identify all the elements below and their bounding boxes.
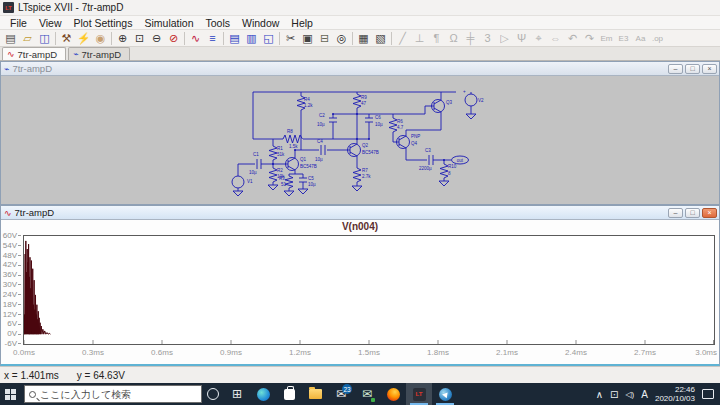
component-label: C4: [317, 139, 323, 144]
cut-button[interactable]: ✂: [282, 31, 299, 46]
ltspice-app-icon: LT: [3, 2, 14, 13]
print-button[interactable]: ▦: [355, 31, 372, 46]
status-bar: x = 1.401ms y = 64.63V: [0, 366, 720, 383]
maximize-button[interactable]: □: [685, 64, 700, 74]
menu-tools[interactable]: Tools: [199, 16, 236, 30]
print-preview-button[interactable]: ▧: [372, 31, 389, 46]
edge-app[interactable]: [250, 383, 276, 405]
cascade-button[interactable]: ◱: [260, 31, 277, 46]
app-title-bar: LT LTspice XVII - 7tr-ampD: [0, 0, 720, 16]
toolbar-separator: [279, 32, 280, 45]
menu-plot-settings[interactable]: Plot Settings: [68, 16, 139, 30]
menu-file[interactable]: File: [4, 16, 33, 30]
maximize-button[interactable]: □: [685, 208, 700, 218]
speaker-icon[interactable]: ◁): [625, 390, 634, 399]
component-label: Q1: [300, 157, 307, 162]
search-input[interactable]: [40, 389, 190, 400]
taskbar-search[interactable]: [24, 385, 202, 403]
diode-button: ▷: [496, 31, 513, 46]
copy-button[interactable]: ▣: [299, 31, 316, 46]
system-tray: ∧ ⊡ ◁) A 22:46 2020/10/03: [596, 385, 720, 403]
component-label: 2200µ: [419, 166, 432, 171]
close-button[interactable]: ×: [702, 208, 717, 218]
compass-app[interactable]: [432, 383, 458, 405]
ime-indicator[interactable]: A: [641, 389, 648, 400]
y-axis-tick-label: 12V: [1, 310, 21, 319]
component-label: Q2: [362, 143, 369, 148]
tab-schematic[interactable]: ⌁ 7tr-ampD: [68, 47, 130, 60]
menu-view[interactable]: View: [33, 16, 68, 30]
network-icon[interactable]: ⊡: [610, 389, 618, 400]
close-button[interactable]: ×: [702, 64, 717, 74]
netlist-pane-button[interactable]: ≡: [204, 31, 221, 46]
zoom-full-button[interactable]: ⊘: [165, 31, 182, 46]
halt-button[interactable]: ◉: [92, 31, 109, 46]
minimize-button[interactable]: –: [668, 208, 683, 218]
firefox-icon: [387, 388, 400, 401]
task-view-icon: ⊞: [232, 387, 242, 401]
y-axis-tick-label: 30V: [1, 280, 21, 289]
unread-badge: 23: [342, 384, 352, 394]
minimize-button[interactable]: –: [668, 64, 683, 74]
component-label: 1.2k: [304, 103, 313, 108]
cortana-icon: [207, 388, 219, 400]
ground-button: ⊥: [411, 31, 428, 46]
toolbar-separator: [184, 32, 185, 45]
tile-horizontal-button[interactable]: ▤: [226, 31, 243, 46]
component-label: R3: [279, 176, 285, 181]
action-center-icon[interactable]: [702, 389, 714, 399]
mail-app[interactable]: ✉23: [328, 383, 354, 405]
find-button[interactable]: ◎: [333, 31, 350, 46]
text-button: Aa: [632, 31, 649, 46]
waveform-pane-button[interactable]: ∿: [187, 31, 204, 46]
mail-green-app[interactable]: ✉: [354, 383, 380, 405]
spice-directive-button: .op: [649, 31, 666, 46]
open-button[interactable]: ▱: [19, 31, 36, 46]
save-button[interactable]: ◫: [36, 31, 53, 46]
component-label: 51: [281, 182, 287, 187]
menu-simulation[interactable]: Simulation: [138, 16, 199, 30]
clock-date: 2020/10/03: [655, 394, 695, 403]
schematic-window: ⌁ 7tr-ampD – □ ×: [0, 61, 720, 205]
y-axis-tick-label: -6V: [1, 339, 21, 348]
component-label: 10µ: [317, 122, 325, 127]
explorer-app[interactable]: [302, 383, 328, 405]
x-axis-tick-label: 3.0ms: [695, 348, 717, 357]
menu-bar: FileViewPlot SettingsSimulationToolsWind…: [0, 16, 720, 30]
cursor-x-readout: x = 1.401ms: [4, 370, 59, 381]
start-button[interactable]: [0, 383, 24, 405]
ltspice-app[interactable]: LT: [406, 383, 432, 405]
y-axis-tick-label: 60V: [1, 231, 21, 240]
task-view-app[interactable]: ⊞: [224, 383, 250, 405]
label-net-button: ¶: [428, 31, 445, 46]
menu-window[interactable]: Window: [236, 16, 285, 30]
waveform-window-title-bar[interactable]: ∿ 7tr-ampD – □ ×: [1, 206, 719, 220]
component-label: BC547B: [300, 164, 317, 169]
trace-label[interactable]: V(n004): [1, 221, 719, 232]
x-axis-tick-label: 0.3ms: [82, 348, 104, 357]
zoom-in-button[interactable]: ⊕: [114, 31, 131, 46]
tile-vertical-button[interactable]: ▥: [243, 31, 260, 46]
schematic-canvas[interactable]: V1C110µR151kR210kQ1BC547BR351C510µR41.2k…: [1, 76, 719, 204]
taskbar-clock[interactable]: 22:46 2020/10/03: [655, 385, 695, 403]
tray-chevron-icon[interactable]: ∧: [596, 389, 603, 400]
run-button[interactable]: ⚡: [75, 31, 92, 46]
component-label: C1: [253, 152, 259, 157]
x-axis-tick-label: 2.1ms: [496, 348, 518, 357]
new-schematic-button[interactable]: ▤: [2, 31, 19, 46]
component-label: R9: [361, 95, 367, 100]
plot-pane[interactable]: V(n004) 60V54V48V42V36V30V24V18V12V6V0V-…: [1, 220, 719, 364]
tab-waveform[interactable]: ∿ 7tr-ampD: [2, 47, 66, 60]
paste-button[interactable]: ⊟: [316, 31, 333, 46]
zoom-out-button[interactable]: ⊖: [148, 31, 165, 46]
menu-help[interactable]: Help: [285, 16, 319, 30]
cortana-button[interactable]: [202, 383, 224, 405]
zoom-rect-button[interactable]: ⊡: [131, 31, 148, 46]
control-panel-button[interactable]: ⚒: [58, 31, 75, 46]
component-label: R8: [287, 129, 293, 134]
plot-area[interactable]: [23, 235, 715, 345]
y-axis-tick-label: 0V: [1, 329, 21, 338]
firefox-app[interactable]: [380, 383, 406, 405]
store-app[interactable]: [276, 383, 302, 405]
schematic-window-title-bar[interactable]: ⌁ 7tr-ampD – □ ×: [1, 62, 719, 76]
